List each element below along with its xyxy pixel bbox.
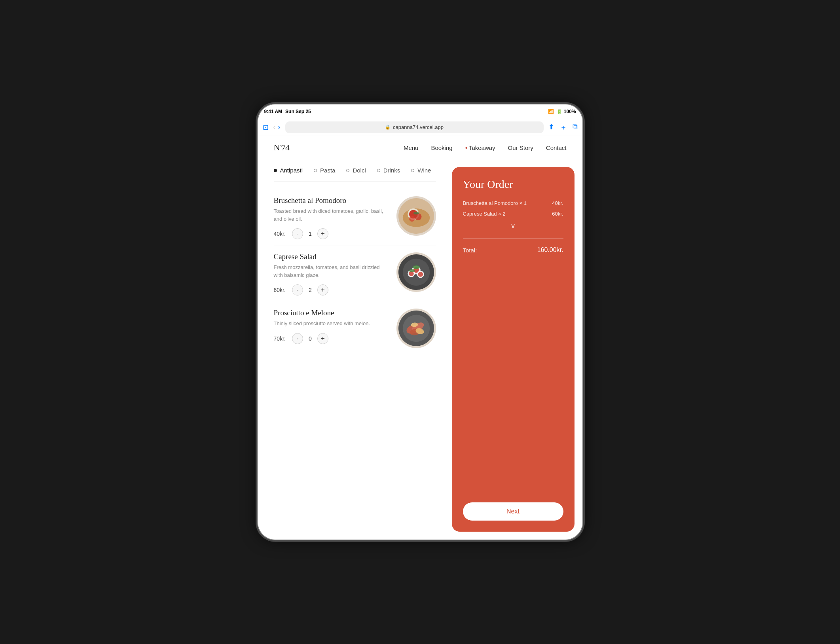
item-info: Bruschetta al Pomodoro Toasted bread wit…	[274, 196, 389, 239]
copy-icon[interactable]: ⧉	[573, 123, 578, 132]
category-pasta[interactable]: Pasta	[314, 167, 335, 174]
svg-point-14	[418, 272, 423, 277]
decrease-bruschetta[interactable]: -	[292, 228, 303, 239]
increase-caprese[interactable]: +	[317, 284, 328, 295]
nav-our-story[interactable]: Our Story	[508, 144, 533, 151]
qty-control: - 0 +	[292, 333, 328, 344]
expand-order-button[interactable]: ∨	[463, 222, 563, 230]
caprese-svg	[398, 254, 434, 290]
share-icon[interactable]: ⬆	[548, 123, 554, 132]
next-button[interactable]: Next	[463, 502, 563, 521]
empty-dot	[377, 169, 380, 172]
order-item-name-2: Caprese Salad × 2	[463, 211, 506, 217]
category-divider	[274, 182, 436, 182]
menu-item-bruschetta: Bruschetta al Pomodoro Toasted bread wit…	[274, 190, 436, 246]
url-bar[interactable]: 🔒 capanna74.vercel.app	[285, 121, 544, 133]
svg-point-15	[413, 265, 420, 269]
category-label: Pasta	[320, 167, 335, 174]
menu-item-caprese: Caprese Salad Fresh mozzarella, tomatoes…	[274, 246, 436, 302]
item-info: Caprese Salad Fresh mozzarella, tomatoes…	[274, 252, 389, 295]
nav-menu[interactable]: Menu	[404, 144, 419, 151]
order-item-1: Bruschetta al Pomodoro × 1 40kr.	[463, 200, 563, 206]
order-panel: Your Order Bruschetta al Pomodoro × 1 40…	[452, 167, 575, 532]
ipad-frame: 9:41 AM Sun Sep 25 📶 🔋 100% ⊡ ‹ › 🔒 capa…	[258, 104, 582, 540]
status-left: 9:41 AM Sun Sep 25	[264, 109, 311, 114]
price-row: 40kr. - 1 +	[274, 228, 389, 239]
prosciutto-image	[396, 309, 436, 348]
website: No74 Menu Booking •Takeaway Our Story Co…	[258, 136, 582, 540]
qty-control: - 1 +	[292, 228, 328, 239]
date: Sun Sep 25	[285, 109, 311, 114]
category-wine[interactable]: Wine	[411, 167, 431, 174]
category-antipasti[interactable]: Antipasti	[274, 167, 303, 174]
takeaway-dot: •	[465, 144, 467, 151]
status-bar: 9:41 AM Sun Sep 25 📶 🔋 100%	[258, 104, 582, 119]
price-row: 70kr. - 0 +	[274, 333, 389, 344]
item-name: Prosciutto e Melone	[274, 309, 389, 317]
total-label: Total:	[463, 247, 477, 254]
item-info: Prosciutto e Melone Thinly sliced prosci…	[274, 309, 389, 344]
main-content: Antipasti Pasta Dolci Drinks	[258, 159, 582, 540]
active-dot	[274, 169, 277, 172]
order-total-row: Total: 160.00kr.	[463, 246, 563, 254]
wifi-icon: 📶	[548, 109, 554, 114]
menu-item-prosciutto: Prosciutto e Melone Thinly sliced prosci…	[274, 302, 436, 354]
forward-button[interactable]: ›	[278, 123, 281, 131]
item-name: Bruschetta al Pomodoro	[274, 196, 389, 205]
empty-dot	[411, 169, 414, 172]
add-tab-icon[interactable]: ＋	[560, 123, 567, 132]
empty-dot	[346, 169, 349, 172]
increase-prosciutto[interactable]: +	[317, 333, 328, 344]
item-price: 40kr.	[274, 231, 286, 237]
qty-display: 0	[307, 335, 313, 342]
nav-contact[interactable]: Contact	[546, 144, 567, 151]
qty-display: 2	[307, 287, 313, 293]
status-right: 📶 🔋 100%	[548, 109, 576, 114]
svg-point-6	[413, 212, 419, 214]
total-amount: 160.00kr.	[537, 246, 563, 254]
nav-booking[interactable]: Booking	[431, 144, 452, 151]
url-text: capanna74.vercel.app	[393, 124, 444, 130]
nav: No74 Menu Booking •Takeaway Our Story Co…	[258, 136, 582, 159]
nav-links: Menu Booking •Takeaway Our Story Contact	[404, 144, 567, 151]
category-label: Drinks	[383, 167, 400, 174]
prosciutto-svg	[398, 311, 434, 346]
order-item-price-1: 40kr.	[552, 200, 563, 206]
item-name: Caprese Salad	[274, 252, 389, 261]
order-title: Your Order	[463, 178, 563, 191]
category-tabs: Antipasti Pasta Dolci Drinks	[274, 167, 436, 174]
browser-actions: ⬆ ＋ ⧉	[548, 123, 578, 132]
item-desc: Fresh mozzarella, tomatoes, and basil dr…	[274, 263, 389, 279]
svg-point-16	[409, 269, 415, 272]
item-price: 60kr.	[274, 287, 286, 293]
back-button[interactable]: ‹	[273, 123, 276, 131]
order-divider	[463, 238, 563, 239]
caprese-image	[396, 252, 436, 292]
decrease-prosciutto[interactable]: -	[292, 333, 303, 344]
menu-col: Antipasti Pasta Dolci Drinks	[258, 159, 452, 540]
order-item-price-2: 60kr.	[552, 211, 563, 217]
tabs-icon[interactable]: ⊡	[263, 123, 269, 132]
item-desc: Toasted bread with diced tomatoes, garli…	[274, 207, 389, 223]
category-label: Wine	[417, 167, 431, 174]
decrease-caprese[interactable]: -	[292, 284, 303, 295]
lock-icon: 🔒	[385, 125, 391, 130]
svg-point-5	[409, 216, 415, 222]
time: 9:41 AM	[264, 109, 283, 114]
bruschetta-image	[396, 196, 436, 236]
category-drinks[interactable]: Drinks	[377, 167, 400, 174]
browser-bar: ⊡ ‹ › 🔒 capanna74.vercel.app ⬆ ＋ ⧉	[258, 119, 582, 136]
price-row: 60kr. - 2 +	[274, 284, 389, 295]
nav-takeaway[interactable]: •Takeaway	[465, 144, 495, 151]
order-item-name-1: Bruschetta al Pomodoro × 1	[463, 200, 527, 206]
item-price: 70kr.	[274, 335, 286, 342]
category-label: Dolci	[353, 167, 366, 174]
qty-display: 1	[307, 231, 313, 237]
browser-nav: ‹ ›	[273, 123, 281, 131]
bruschetta-svg	[398, 198, 434, 234]
category-label: Antipasti	[280, 167, 303, 174]
category-dolci[interactable]: Dolci	[346, 167, 366, 174]
increase-bruschetta[interactable]: +	[317, 228, 328, 239]
item-desc: Thinly sliced prosciutto served with mel…	[274, 320, 389, 328]
logo: No74	[274, 142, 289, 153]
